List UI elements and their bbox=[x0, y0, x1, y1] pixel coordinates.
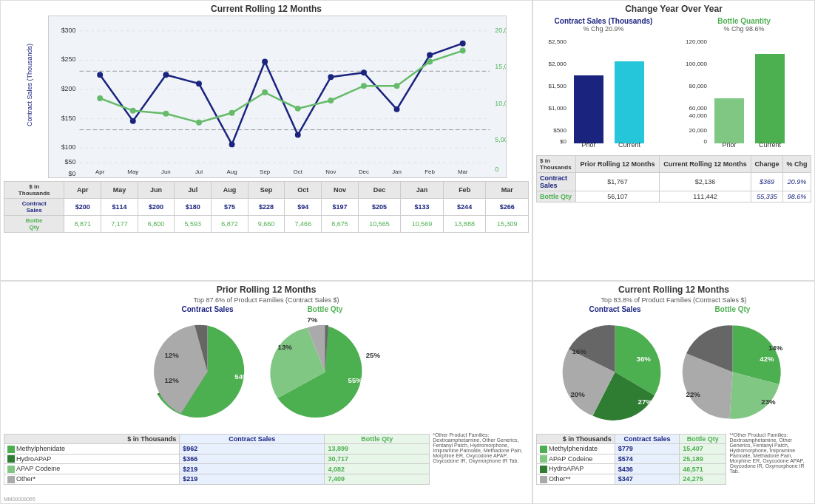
contract-sales-bar-chart: $2,500 $2,000 $1,500 $1,000 $500 $0 Prio… bbox=[544, 33, 663, 151]
svg-text:May: May bbox=[127, 168, 138, 175]
bottom-left-panel: Prior Rolling 12 Months Top 87.6% of Pro… bbox=[0, 281, 532, 504]
bottom-left-subtitle: Top 87.6% of Product Families (Contract … bbox=[4, 296, 529, 304]
yoy-bottle-row: Bottle Qty 56,107 111,442 55,335 98.6% bbox=[537, 191, 811, 202]
svg-point-39 bbox=[328, 98, 334, 103]
svg-point-27 bbox=[328, 74, 334, 80]
current-contract-pie-section: Contract Sales 36% 27% 20% 16% bbox=[558, 305, 672, 431]
svg-point-40 bbox=[361, 83, 367, 89]
svg-rect-73 bbox=[714, 98, 744, 143]
svg-text:Sep: Sep bbox=[260, 168, 271, 175]
svg-text:20,000: 20,000 bbox=[689, 127, 708, 134]
svg-text:27%: 27% bbox=[638, 398, 653, 406]
svg-text:Jan: Jan bbox=[392, 168, 402, 175]
svg-point-24 bbox=[229, 141, 235, 147]
contract-sales-row: ContractSales $200 $114 $200 $180 $75 $2… bbox=[4, 199, 529, 216]
svg-text:100,000: 100,000 bbox=[686, 61, 707, 67]
svg-point-34 bbox=[163, 111, 169, 117]
svg-point-30 bbox=[427, 52, 433, 58]
svg-point-21 bbox=[130, 118, 136, 124]
top-left-title: Current Rolling 12 Months bbox=[4, 4, 529, 14]
svg-text:$300: $300 bbox=[61, 27, 76, 34]
svg-text:25%: 25% bbox=[366, 351, 381, 359]
current-contract-pie-label: Contract Sales bbox=[558, 305, 672, 313]
svg-text:0: 0 bbox=[495, 166, 498, 173]
current-legend-table: $ in Thousands Contract Sales Bottle Qty… bbox=[536, 434, 726, 485]
yoy-charts: Contract Sales (Thousands) % Chg 20.9% $… bbox=[536, 17, 811, 152]
svg-point-35 bbox=[196, 120, 202, 126]
prior-contract-pie-section: Contract Sales 54% 21% bbox=[150, 305, 265, 431]
svg-text:7%: 7% bbox=[307, 316, 317, 324]
svg-text:21%: 21% bbox=[172, 414, 186, 422]
svg-text:Current: Current bbox=[759, 141, 782, 149]
yoy-summary-table: $ inThousands Prior Rolling 12 Months Cu… bbox=[536, 155, 811, 202]
svg-text:Mar: Mar bbox=[458, 168, 468, 175]
svg-text:14%: 14% bbox=[768, 344, 783, 352]
svg-point-43 bbox=[460, 48, 466, 54]
prior-row-other: Other* $219 7,409 bbox=[4, 474, 430, 484]
svg-text:Jun: Jun bbox=[161, 168, 171, 175]
svg-text:Jul: Jul bbox=[195, 168, 203, 175]
yoy-contract-row: ContractSales $1,767 $2,136 $369 20.9% bbox=[537, 173, 811, 191]
svg-text:Apr: Apr bbox=[95, 168, 105, 175]
dashboard: Current Rolling 12 Months Contract Sales… bbox=[0, 0, 815, 504]
rolling-12-table: $ inThousands AprMayJunJulAugSep OctNovD… bbox=[4, 181, 529, 233]
bottle-qty-bar-chart: 120,000 100,000 80,000 60,000 40,000 20,… bbox=[685, 33, 803, 151]
svg-text:55%: 55% bbox=[348, 376, 363, 384]
svg-text:Prior: Prior bbox=[581, 141, 595, 149]
svg-point-26 bbox=[295, 132, 301, 138]
svg-text:$150: $150 bbox=[61, 115, 76, 122]
svg-text:$200: $200 bbox=[61, 85, 76, 92]
svg-point-25 bbox=[262, 58, 268, 64]
bottle-qty-line bbox=[100, 51, 463, 123]
svg-text:$250: $250 bbox=[61, 55, 76, 63]
prior-contract-pie-label: Contract Sales bbox=[150, 305, 265, 313]
contract-sales-line bbox=[100, 44, 463, 145]
current-row-other: Other** $347 24,275 bbox=[537, 474, 726, 484]
y-axis-left-label: Contract Sales (Thousands) bbox=[26, 67, 33, 126]
current-row-apap-codeine: APAP Codeine $574 25,189 bbox=[537, 454, 726, 464]
svg-text:$2,000: $2,000 bbox=[549, 61, 567, 67]
svg-text:10,000: 10,000 bbox=[495, 100, 507, 107]
svg-rect-62 bbox=[574, 75, 603, 143]
current-footnote: **Other Product Families: Dextroamphetam… bbox=[729, 432, 811, 474]
svg-text:$1,000: $1,000 bbox=[549, 105, 567, 112]
prior-bottle-pie: 55% 25% 13% 7% bbox=[268, 315, 382, 429]
svg-text:23%: 23% bbox=[761, 398, 776, 406]
svg-point-31 bbox=[460, 41, 466, 47]
svg-text:36%: 36% bbox=[637, 355, 652, 363]
svg-text:0: 0 bbox=[704, 138, 708, 145]
bottle-qty-row: BottleQty 8,871 7,177 6,800 5,593 6,872 … bbox=[4, 216, 529, 233]
svg-text:40,000: 40,000 bbox=[689, 112, 708, 119]
top-right-panel: Change Year Over Year Contract Sales (Th… bbox=[532, 0, 815, 281]
svg-text:20,000: 20,000 bbox=[495, 27, 507, 34]
svg-point-42 bbox=[427, 58, 433, 64]
current-contract-pie: 36% 27% 20% 16% bbox=[558, 315, 672, 429]
svg-text:42%: 42% bbox=[760, 355, 774, 363]
svg-text:$0: $0 bbox=[69, 170, 76, 177]
svg-text:$100: $100 bbox=[61, 143, 76, 151]
prior-row-apap-codeine: APAP Codeine $219 4,082 bbox=[4, 464, 430, 474]
current-row-hydroapap: HydroAPAP $436 46,571 bbox=[537, 464, 726, 474]
svg-text:Aug: Aug bbox=[227, 168, 237, 175]
svg-text:22%: 22% bbox=[686, 390, 701, 398]
prior-legend-table: $ in Thousands Contract Sales Bottle Qty… bbox=[4, 434, 430, 485]
svg-point-37 bbox=[262, 89, 268, 95]
line-chart: $300 $250 $200 $150 $100 $50 $0 20,000 1… bbox=[48, 16, 507, 178]
current-bottle-pie: 42% 23% 22% 14% bbox=[675, 315, 790, 429]
svg-text:80,000: 80,000 bbox=[689, 83, 708, 89]
svg-point-29 bbox=[394, 106, 400, 112]
bottom-right-panel: Current Rolling 12 Months Top 83.8% of P… bbox=[532, 281, 815, 504]
svg-text:5,000: 5,000 bbox=[495, 136, 507, 143]
svg-point-41 bbox=[394, 83, 400, 89]
svg-text:Feb: Feb bbox=[425, 168, 435, 175]
yoy-contract-sales: Contract Sales (Thousands) % Chg 20.9% $… bbox=[536, 17, 671, 152]
svg-text:16%: 16% bbox=[572, 347, 586, 355]
svg-text:$1,500: $1,500 bbox=[549, 83, 567, 89]
svg-text:15,000: 15,000 bbox=[495, 63, 507, 70]
prior-bottle-pie-label: Bottle Qty bbox=[268, 305, 382, 313]
bottom-right-title: Current Rolling 12 Months bbox=[536, 285, 811, 295]
svg-point-36 bbox=[229, 110, 235, 116]
svg-rect-63 bbox=[615, 61, 644, 143]
svg-point-28 bbox=[361, 69, 367, 75]
current-bottle-pie-label: Bottle Qty bbox=[675, 305, 790, 313]
